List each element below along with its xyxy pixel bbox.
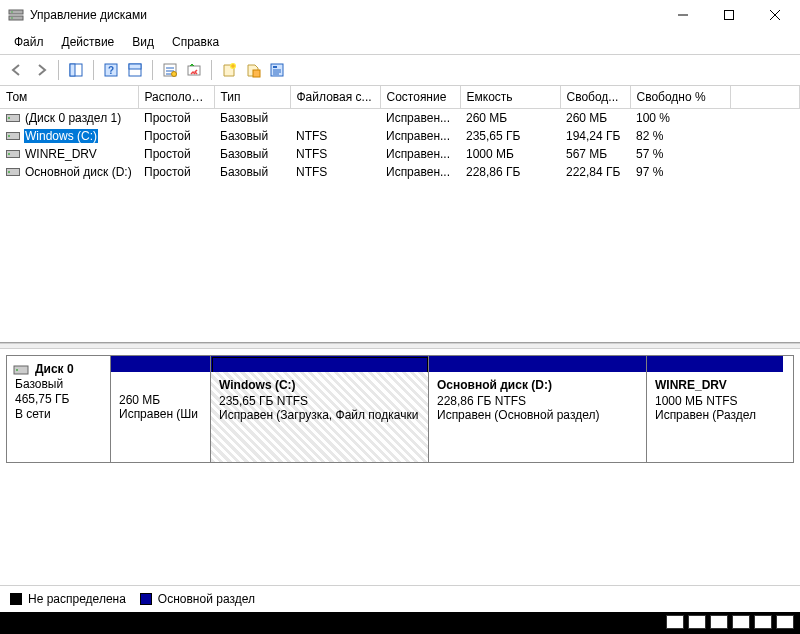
taskbar-strip bbox=[0, 612, 800, 634]
tray-icon[interactable] bbox=[710, 615, 728, 629]
volume-table: Том Располож... Тип Файловая с... Состоя… bbox=[0, 86, 800, 181]
col-filesystem[interactable]: Файловая с... bbox=[290, 86, 380, 109]
tray-icon[interactable] bbox=[776, 615, 794, 629]
svg-rect-13 bbox=[129, 64, 141, 69]
cell-type: Базовый bbox=[214, 163, 290, 181]
tray-icon[interactable] bbox=[732, 615, 750, 629]
col-type[interactable]: Тип bbox=[214, 86, 290, 109]
cell-type: Базовый bbox=[214, 145, 290, 163]
disk-info[interactable]: Диск 0 Базовый 465,75 ГБ В сети bbox=[7, 356, 111, 462]
toolbar: ? bbox=[0, 55, 800, 86]
volume-list[interactable]: Том Располож... Тип Файловая с... Состоя… bbox=[0, 86, 800, 343]
cell-filesystem: NTFS bbox=[290, 163, 380, 181]
volume-icon bbox=[6, 112, 20, 124]
col-capacity[interactable]: Емкость bbox=[460, 86, 560, 109]
cell-type: Базовый bbox=[214, 109, 290, 128]
tray-icon[interactable] bbox=[754, 615, 772, 629]
titlebar: Управление дисками bbox=[0, 0, 800, 30]
window-title: Управление дисками bbox=[30, 8, 660, 22]
svg-rect-20 bbox=[273, 66, 277, 68]
svg-point-15 bbox=[172, 72, 177, 77]
minimize-button[interactable] bbox=[660, 0, 706, 30]
volume-row[interactable]: WINRE_DRVПростойБазовыйNTFSИсправен...10… bbox=[0, 145, 800, 163]
menu-action[interactable]: Действие bbox=[54, 32, 123, 52]
partition-title: WINRE_DRV bbox=[655, 378, 775, 392]
maximize-button[interactable] bbox=[706, 0, 752, 30]
partition[interactable]: Основной диск (D:)228,86 ГБ NTFSИсправен… bbox=[429, 356, 647, 462]
legend-unallocated-label: Не распределена bbox=[28, 592, 126, 606]
volume-row[interactable]: Windows (C:)ПростойБазовыйNTFSИсправен..… bbox=[0, 127, 800, 145]
close-button[interactable] bbox=[752, 0, 798, 30]
settings-button[interactable] bbox=[159, 59, 181, 81]
partition-header bbox=[429, 356, 646, 372]
swatch-primary-icon bbox=[140, 593, 152, 605]
partition-header bbox=[111, 356, 210, 372]
col-freepct[interactable]: Свободно % bbox=[630, 86, 730, 109]
cell-layout: Простой bbox=[138, 163, 214, 181]
menu-help[interactable]: Справка bbox=[164, 32, 227, 52]
cell-status: Исправен... bbox=[380, 109, 460, 128]
cell-status: Исправен... bbox=[380, 127, 460, 145]
col-free[interactable]: Свобод... bbox=[560, 86, 630, 109]
col-spacer bbox=[730, 86, 800, 109]
cell-type: Базовый bbox=[214, 127, 290, 145]
cell-freepct: 57 % bbox=[630, 145, 730, 163]
svg-rect-1 bbox=[9, 16, 23, 20]
refresh-button[interactable] bbox=[183, 59, 205, 81]
cell-capacity: 260 МБ bbox=[460, 109, 560, 128]
cell-freepct: 82 % bbox=[630, 127, 730, 145]
disk-row: Диск 0 Базовый 465,75 ГБ В сети 260 МБИс… bbox=[6, 355, 794, 463]
svg-rect-18 bbox=[253, 70, 260, 77]
menubar: Файл Действие Вид Справка bbox=[0, 30, 800, 55]
volume-icon bbox=[6, 166, 20, 178]
tray-icon[interactable] bbox=[666, 615, 684, 629]
volume-row[interactable]: Основной диск (D:)ПростойБазовыйNTFSИспр… bbox=[0, 163, 800, 181]
disk-name: Диск 0 bbox=[35, 362, 102, 376]
cell-capacity: 228,86 ГБ bbox=[460, 163, 560, 181]
cell-free: 260 МБ bbox=[560, 109, 630, 128]
svg-point-2 bbox=[11, 11, 13, 13]
menu-view[interactable]: Вид bbox=[124, 32, 162, 52]
show-hide-tree-button[interactable] bbox=[65, 59, 87, 81]
view-top-button[interactable] bbox=[124, 59, 146, 81]
partition[interactable]: WINRE_DRV1000 МБ NTFSИсправен (Раздел bbox=[647, 356, 783, 462]
disk-drive-icon bbox=[13, 362, 29, 381]
svg-rect-0 bbox=[9, 10, 23, 14]
svg-text:?: ? bbox=[108, 65, 114, 76]
cell-layout: Простой bbox=[138, 145, 214, 163]
col-status[interactable]: Состояние bbox=[380, 86, 460, 109]
toolbar-separator bbox=[93, 60, 94, 80]
cell-layout: Простой bbox=[138, 109, 214, 128]
toolbar-separator bbox=[152, 60, 153, 80]
svg-point-22 bbox=[8, 117, 10, 119]
cell-capacity: 1000 МБ bbox=[460, 145, 560, 163]
partition[interactable]: Windows (C:)235,65 ГБ NTFSИсправен (Загр… bbox=[211, 356, 429, 462]
svg-rect-5 bbox=[725, 11, 734, 20]
help-button[interactable]: ? bbox=[100, 59, 122, 81]
partition[interactable]: 260 МБИсправен (Ши bbox=[111, 356, 211, 462]
new-simple-icon[interactable] bbox=[218, 59, 240, 81]
partition-title: Основной диск (D:) bbox=[437, 378, 638, 392]
svg-rect-9 bbox=[70, 64, 75, 76]
tray-icon[interactable] bbox=[688, 615, 706, 629]
forward-button[interactable] bbox=[30, 59, 52, 81]
menu-file[interactable]: Файл bbox=[6, 32, 52, 52]
cell-filesystem: NTFS bbox=[290, 145, 380, 163]
col-layout[interactable]: Располож... bbox=[138, 86, 214, 109]
col-volume[interactable]: Том bbox=[0, 86, 138, 109]
svg-point-3 bbox=[11, 17, 13, 19]
svg-point-28 bbox=[8, 171, 10, 173]
properties-button[interactable] bbox=[266, 59, 288, 81]
back-button[interactable] bbox=[6, 59, 28, 81]
legend-unallocated: Не распределена bbox=[10, 592, 126, 606]
window-controls bbox=[660, 0, 798, 30]
cell-free: 567 МБ bbox=[560, 145, 630, 163]
volume-row[interactable]: (Диск 0 раздел 1)ПростойБазовыйИсправен.… bbox=[0, 109, 800, 128]
toolbar-separator bbox=[211, 60, 212, 80]
disk-management-icon bbox=[8, 7, 24, 23]
partition-header bbox=[647, 356, 783, 372]
volume-name: Windows (C:) bbox=[24, 129, 98, 143]
new-partition-icon[interactable] bbox=[242, 59, 264, 81]
svg-point-26 bbox=[8, 153, 10, 155]
volume-name: WINRE_DRV bbox=[24, 147, 98, 161]
